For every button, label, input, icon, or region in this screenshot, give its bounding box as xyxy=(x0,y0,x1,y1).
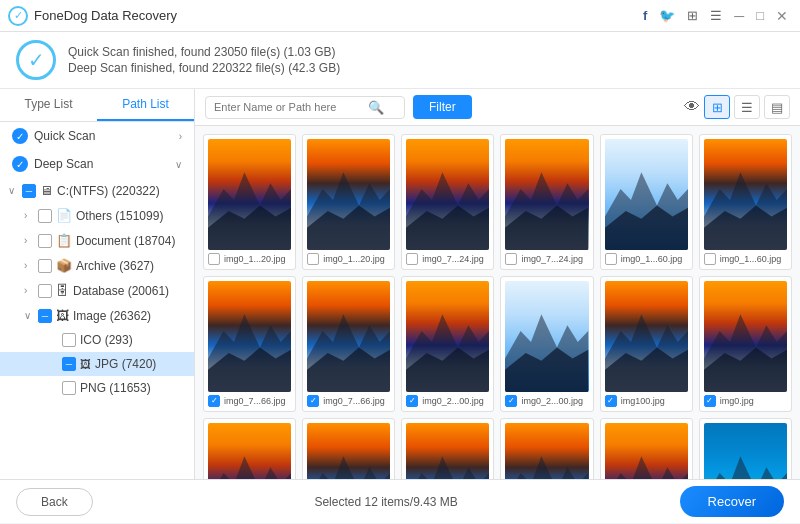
sidebar: Type List Path List ✓ Quick Scan › ✓ Dee… xyxy=(0,89,195,479)
close-button[interactable]: ✕ xyxy=(772,8,792,24)
scan-info-bar: ✓ Quick Scan finished, found 23050 file(… xyxy=(0,32,800,89)
image-item[interactable]: ✓ img100.jpg xyxy=(302,418,395,479)
detail-view-button[interactable]: ▤ xyxy=(764,95,790,119)
tree-item-jpg[interactable]: › ─ 🖼 JPG (7420) xyxy=(0,352,194,376)
image-filename: img100.jpg xyxy=(621,396,688,406)
content-area: 🔍 Filter 👁 ⊞ ☰ ▤ img0_1...20.jpg xyxy=(195,89,800,479)
share-icon[interactable]: ⊞ xyxy=(687,8,698,23)
back-button[interactable]: Back xyxy=(16,488,93,516)
image-checkbox[interactable]: ✓ xyxy=(505,395,517,407)
list-view-button[interactable]: ☰ xyxy=(734,95,760,119)
database-checkbox[interactable] xyxy=(38,284,52,298)
tree-item-image[interactable]: ∨ ─ 🖼 Image (26362) xyxy=(0,303,194,328)
image-checkbox[interactable]: ✓ xyxy=(208,395,220,407)
deep-scan-result: Deep Scan finished, found 220322 file(s)… xyxy=(68,61,340,75)
search-icon: 🔍 xyxy=(368,100,384,115)
eye-button[interactable]: 👁 xyxy=(684,98,700,116)
quick-scan-arrow: › xyxy=(179,131,182,142)
image-item[interactable]: ✓ img0_2...00.jpg xyxy=(401,276,494,412)
recover-button[interactable]: Recover xyxy=(680,486,784,517)
quick-scan-check: ✓ xyxy=(12,128,28,144)
scan-complete-icon: ✓ xyxy=(16,40,56,80)
image-item[interactable]: img0_1...60.jpg xyxy=(600,134,693,270)
minimize-button[interactable]: ─ xyxy=(730,8,748,24)
menu-icon[interactable]: ☰ xyxy=(710,8,722,23)
image-item[interactable]: img0_7...24.jpg xyxy=(500,134,593,270)
image-checkbox[interactable] xyxy=(406,253,418,265)
image-filename: img0_2...00.jpg xyxy=(521,396,588,406)
tree-item-drive[interactable]: ∨ ─ 🖥 C:(NTFS) (220322) xyxy=(0,178,194,203)
image-item[interactable]: ✓ img100.jpg xyxy=(600,276,693,412)
document-icon: 📋 xyxy=(56,233,72,248)
image-checkbox[interactable]: ✓ xyxy=(605,395,617,407)
others-label: Others (151099) xyxy=(76,209,186,223)
image-checkbox[interactable] xyxy=(605,253,617,265)
maximize-button[interactable]: □ xyxy=(752,8,768,23)
deep-scan-check: ✓ xyxy=(12,156,28,172)
image-item[interactable]: img0_1...20.jpg xyxy=(302,134,395,270)
image-item[interactable]: img0_1...60.jpg xyxy=(699,134,792,270)
database-icon: 🗄 xyxy=(56,283,69,298)
image-item[interactable]: ✓ img0.jpg xyxy=(203,418,296,479)
search-box[interactable]: 🔍 xyxy=(205,96,405,119)
drive-checkbox[interactable]: ─ xyxy=(22,184,36,198)
image-filename: img0_1...20.jpg xyxy=(323,254,390,264)
tree-item-archive[interactable]: › 📦 Archive (3627) xyxy=(0,253,194,278)
deep-scan-arrow: ∨ xyxy=(175,159,182,170)
document-label: Document (18704) xyxy=(76,234,186,248)
image-item[interactable]: ✓ img0_7...66.jpg xyxy=(302,276,395,412)
image-item[interactable]: img0_1...20.jpg xyxy=(203,134,296,270)
image-grid: img0_1...20.jpg img0_1...20.jpg img0_7..… xyxy=(195,126,800,479)
quick-scan-row[interactable]: ✓ Quick Scan › xyxy=(0,122,194,150)
jpg-checkbox[interactable]: ─ xyxy=(62,357,76,371)
tree-item-ico[interactable]: › ICO (293) xyxy=(0,328,194,352)
image-item[interactable]: ✓ img0_2...40.jpg xyxy=(500,418,593,479)
image-icon: 🖼 xyxy=(56,308,69,323)
filter-button[interactable]: Filter xyxy=(413,95,472,119)
png-checkbox[interactable] xyxy=(62,381,76,395)
image-checkbox[interactable]: ✓ xyxy=(307,395,319,407)
image-filename: img0_1...60.jpg xyxy=(720,254,787,264)
image-checkbox[interactable]: ─ xyxy=(38,309,52,323)
tab-type-list[interactable]: Type List xyxy=(0,89,97,121)
image-item[interactable]: ✓ img0.jpg xyxy=(699,276,792,412)
selection-status: Selected 12 items/9.43 MB xyxy=(93,495,680,509)
image-filename: img0_1...20.jpg xyxy=(224,254,291,264)
document-checkbox[interactable] xyxy=(38,234,52,248)
archive-label: Archive (3627) xyxy=(76,259,186,273)
image-item[interactable]: ✓ img0_2...00.jpg xyxy=(500,276,593,412)
tree-item-png[interactable]: › PNG (11653) xyxy=(0,376,194,400)
archive-checkbox[interactable] xyxy=(38,259,52,273)
image-checkbox[interactable] xyxy=(704,253,716,265)
others-checkbox[interactable] xyxy=(38,209,52,223)
deep-scan-row[interactable]: ✓ Deep Scan ∨ xyxy=(0,150,194,178)
social-icons: f 🐦 ⊞ ☰ xyxy=(643,8,722,23)
facebook-icon[interactable]: f xyxy=(643,8,647,23)
ico-checkbox[interactable] xyxy=(62,333,76,347)
image-item[interactable]: ✓ img2.jpg xyxy=(699,418,792,479)
ico-label: ICO (293) xyxy=(80,333,186,347)
image-checkbox[interactable] xyxy=(307,253,319,265)
view-toggle-group: 👁 ⊞ ☰ ▤ xyxy=(684,95,790,119)
image-filename: img0_7...66.jpg xyxy=(323,396,390,406)
image-item[interactable]: ✓ img102.jpg xyxy=(600,418,693,479)
image-item[interactable]: img0_7...24.jpg xyxy=(401,134,494,270)
grid-view-button[interactable]: ⊞ xyxy=(704,95,730,119)
image-label: Image (26362) xyxy=(73,309,186,323)
image-checkbox[interactable]: ✓ xyxy=(406,395,418,407)
tab-path-list[interactable]: Path List xyxy=(97,89,194,121)
deep-scan-label: Deep Scan xyxy=(34,157,169,171)
tree-item-database[interactable]: › 🗄 Database (20061) xyxy=(0,278,194,303)
tree-item-others[interactable]: › 📄 Others (151099) xyxy=(0,203,194,228)
image-checkbox[interactable]: ✓ xyxy=(704,395,716,407)
search-input[interactable] xyxy=(214,101,364,113)
app-title: FoneDog Data Recovery xyxy=(34,8,643,23)
database-arrow: › xyxy=(24,285,38,296)
content-toolbar: 🔍 Filter 👁 ⊞ ☰ ▤ xyxy=(195,89,800,126)
twitter-icon[interactable]: 🐦 xyxy=(659,8,675,23)
image-item[interactable]: ✓ img0_2...40.jpg xyxy=(401,418,494,479)
tree-item-document[interactable]: › 📋 Document (18704) xyxy=(0,228,194,253)
image-item[interactable]: ✓ img0_7...66.jpg xyxy=(203,276,296,412)
image-checkbox[interactable] xyxy=(505,253,517,265)
image-checkbox[interactable] xyxy=(208,253,220,265)
